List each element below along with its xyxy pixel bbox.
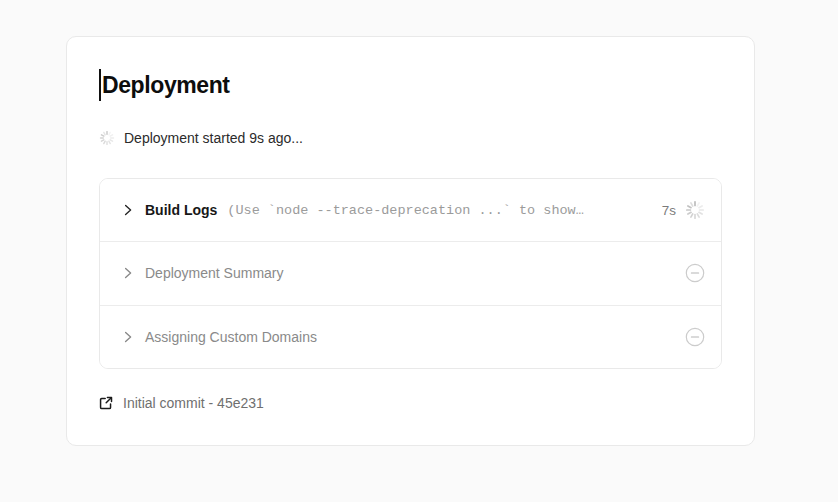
commit-link-label: Initial commit - 45e231 xyxy=(123,395,264,411)
deployment-card: Deployment Deployment started 9s ago... xyxy=(66,36,755,446)
deployment-status: Deployment started 9s ago... xyxy=(99,130,303,146)
accordion-row-assigning-custom-domains[interactable]: Assigning Custom Domains xyxy=(100,305,721,368)
accordion-row-label: Assigning Custom Domains xyxy=(145,329,317,345)
page-title: Deployment xyxy=(102,69,230,101)
page: { "header": { "title": "Deployment" }, "… xyxy=(0,0,838,502)
page-title-row: Deployment xyxy=(99,69,230,101)
external-link-icon xyxy=(99,396,113,410)
accordion-row-build-logs[interactable]: Build Logs (Use `node --trace-deprecatio… xyxy=(100,179,721,241)
accordion-row-deployment-summary[interactable]: Deployment Summary xyxy=(100,241,721,304)
accordion-row-label: Build Logs xyxy=(145,202,217,218)
text-cursor xyxy=(99,69,101,101)
step-duration: 7s xyxy=(662,203,676,218)
chevron-right-icon xyxy=(120,329,136,345)
chevron-right-icon xyxy=(120,202,136,218)
spinner-icon xyxy=(685,200,705,220)
accordion-row-label: Deployment Summary xyxy=(145,265,284,281)
spinner-icon xyxy=(99,130,115,146)
deployment-steps-accordion: Build Logs (Use `node --trace-deprecatio… xyxy=(99,178,722,369)
minus-circle-icon xyxy=(685,327,705,347)
accordion-row-detail: (Use `node --trace-deprecation ...` to s… xyxy=(227,203,652,218)
status-text: Deployment started 9s ago... xyxy=(124,130,303,146)
commit-link[interactable]: Initial commit - 45e231 xyxy=(99,395,264,411)
chevron-right-icon xyxy=(120,265,136,281)
minus-circle-icon xyxy=(685,263,705,283)
